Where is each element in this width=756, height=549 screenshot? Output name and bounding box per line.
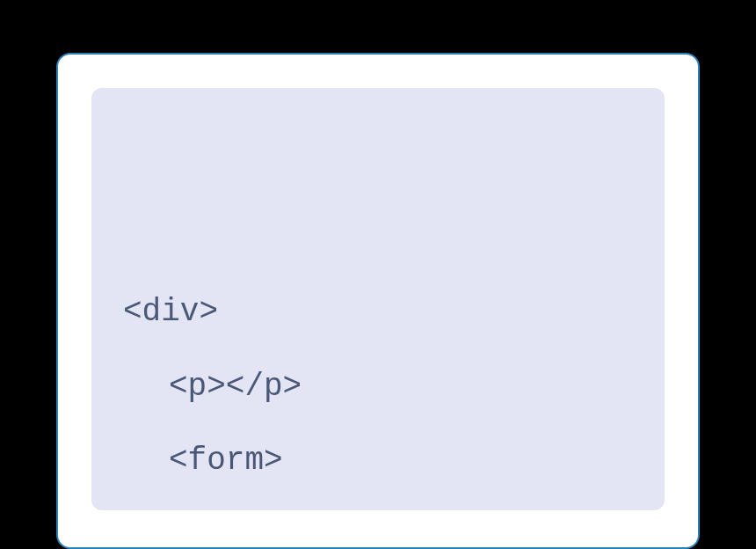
code-block: <div><p></p><form></form></div>: [91, 88, 665, 510]
code-card: <div><p></p><form></form></div>: [56, 53, 700, 549]
code-line-1: <div>: [123, 275, 633, 350]
code-line-4: </form>: [123, 499, 633, 510]
code-line-3: <form>: [123, 424, 633, 499]
code-line-2: <p></p>: [123, 350, 633, 425]
